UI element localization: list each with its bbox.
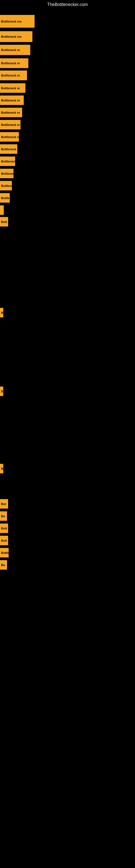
bottleneck-bar: Bottleneck bbox=[0, 169, 13, 178]
bottleneck-bar: Bottleneck re bbox=[0, 95, 24, 105]
bottleneck-bar: Bottleneck re bbox=[0, 70, 27, 80]
bottleneck-bar: Bottle bbox=[0, 548, 9, 557]
bottleneck-bar: Bottle bbox=[0, 193, 10, 203]
bottleneck-bar: Bottleneck re bbox=[0, 83, 26, 93]
bottleneck-bar: Bo bbox=[0, 511, 7, 521]
bottleneck-bar: Bottleneck re bbox=[0, 120, 20, 129]
bottleneck-bar bbox=[0, 205, 4, 215]
bottleneck-bar: Bo bbox=[0, 560, 7, 569]
bottleneck-bar: Bot bbox=[0, 499, 8, 508]
bottleneck-bar: Bott bbox=[0, 524, 8, 533]
bottleneck-bar: Bottleneck re bbox=[0, 132, 19, 142]
bottleneck-bar: Bottleneck res bbox=[0, 15, 35, 28]
bottleneck-bar: Bottleneck res bbox=[0, 31, 32, 42]
bottleneck-bar: Bottleneck bbox=[0, 181, 12, 190]
bottleneck-bar: Bottleneck re bbox=[0, 108, 22, 117]
site-title: TheBottlenecker.com bbox=[0, 0, 135, 9]
bottleneck-bar: Bott bbox=[0, 217, 8, 226]
bottleneck-bar: B bbox=[0, 386, 3, 396]
bottleneck-bar: B bbox=[0, 308, 3, 317]
bottleneck-bar: Bottleneck re bbox=[0, 45, 30, 55]
bottleneck-bar: Bottleneck r bbox=[0, 144, 17, 154]
bottleneck-bar: Bottleneck bbox=[0, 156, 15, 166]
bottleneck-bar: Bott bbox=[0, 536, 8, 545]
bottleneck-bar: Bottleneck re bbox=[0, 58, 28, 68]
bottleneck-bar: B bbox=[0, 464, 3, 473]
